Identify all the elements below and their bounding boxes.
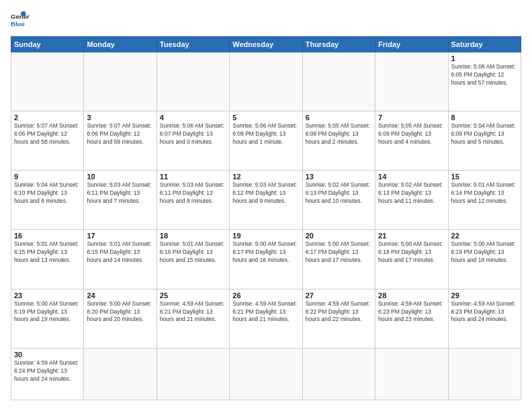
day-number: 12 xyxy=(232,173,299,181)
calendar-cell: 14Sunrise: 5:02 AM Sunset: 6:13 PM Dayli… xyxy=(375,171,448,230)
calendar-cell xyxy=(84,348,157,400)
day-info: Sunrise: 5:07 AM Sunset: 6:06 PM Dayligh… xyxy=(87,122,153,146)
calendar-cell xyxy=(375,52,448,111)
day-info: Sunrise: 5:03 AM Sunset: 6:12 PM Dayligh… xyxy=(232,181,299,205)
day-info: Sunrise: 5:07 AM Sunset: 6:06 PM Dayligh… xyxy=(14,122,81,146)
day-number: 24 xyxy=(87,291,153,300)
calendar-cell xyxy=(448,348,521,400)
calendar-cell xyxy=(157,348,229,400)
day-info: Sunrise: 5:06 AM Sunset: 6:08 PM Dayligh… xyxy=(232,122,299,146)
day-number: 3 xyxy=(87,113,153,122)
day-info: Sunrise: 5:02 AM Sunset: 6:13 PM Dayligh… xyxy=(378,181,445,205)
day-info: Sunrise: 5:04 AM Sunset: 6:10 PM Dayligh… xyxy=(14,181,81,205)
day-info: Sunrise: 4:59 AM Sunset: 6:24 PM Dayligh… xyxy=(14,359,81,383)
svg-text:Blue: Blue xyxy=(11,20,25,28)
calendar-cell: 9Sunrise: 5:04 AM Sunset: 6:10 PM Daylig… xyxy=(11,171,84,230)
calendar-cell: 12Sunrise: 5:03 AM Sunset: 6:12 PM Dayli… xyxy=(230,171,302,230)
calendar-cell: 19Sunrise: 5:00 AM Sunset: 6:17 PM Dayli… xyxy=(230,230,302,289)
calendar-cell: 29Sunrise: 4:59 AM Sunset: 6:23 PM Dayli… xyxy=(448,289,521,348)
calendar-cell: 25Sunrise: 4:59 AM Sunset: 6:21 PM Dayli… xyxy=(157,289,229,348)
day-info: Sunrise: 4:59 AM Sunset: 6:21 PM Dayligh… xyxy=(160,300,226,324)
calendar-table: SundayMondayTuesdayWednesdayThursdayFrid… xyxy=(11,36,521,400)
day-number: 21 xyxy=(378,232,445,240)
calendar-cell: 10Sunrise: 5:03 AM Sunset: 6:11 PM Dayli… xyxy=(84,171,157,230)
day-number: 10 xyxy=(87,173,153,181)
calendar-cell: 1Sunrise: 5:08 AM Sunset: 6:05 PM Daylig… xyxy=(448,52,521,111)
week-row-5: 23Sunrise: 5:00 AM Sunset: 6:19 PM Dayli… xyxy=(11,289,521,348)
day-info: Sunrise: 5:01 AM Sunset: 6:15 PM Dayligh… xyxy=(87,240,153,265)
calendar-cell: 28Sunrise: 4:59 AM Sunset: 6:23 PM Dayli… xyxy=(375,289,448,348)
calendar-cell: 8Sunrise: 5:04 AM Sunset: 6:09 PM Daylig… xyxy=(448,111,521,171)
weekday-sunday: Sunday xyxy=(11,37,84,52)
calendar-cell: 5Sunrise: 5:06 AM Sunset: 6:08 PM Daylig… xyxy=(230,111,302,171)
week-row-3: 9Sunrise: 5:04 AM Sunset: 6:10 PM Daylig… xyxy=(11,171,521,230)
day-number: 22 xyxy=(451,232,518,240)
calendar-cell: 21Sunrise: 5:00 AM Sunset: 6:18 PM Dayli… xyxy=(375,230,448,289)
day-number: 17 xyxy=(87,232,153,240)
calendar-cell: 23Sunrise: 5:00 AM Sunset: 6:19 PM Dayli… xyxy=(11,289,84,348)
day-number: 26 xyxy=(232,291,299,300)
day-info: Sunrise: 5:00 AM Sunset: 6:19 PM Dayligh… xyxy=(14,300,81,324)
day-info: Sunrise: 5:00 AM Sunset: 6:18 PM Dayligh… xyxy=(378,240,445,265)
day-info: Sunrise: 5:00 AM Sunset: 6:19 PM Dayligh… xyxy=(451,240,518,265)
weekday-thursday: Thursday xyxy=(302,37,375,52)
day-info: Sunrise: 5:03 AM Sunset: 6:11 PM Dayligh… xyxy=(160,181,226,205)
day-info: Sunrise: 5:08 AM Sunset: 6:05 PM Dayligh… xyxy=(451,63,518,87)
day-number: 27 xyxy=(306,291,372,300)
logo: General Blue xyxy=(11,11,30,30)
weekday-friday: Friday xyxy=(375,37,448,52)
day-number: 16 xyxy=(14,232,81,240)
calendar-cell: 3Sunrise: 5:07 AM Sunset: 6:06 PM Daylig… xyxy=(84,111,157,171)
day-info: Sunrise: 5:02 AM Sunset: 6:13 PM Dayligh… xyxy=(306,181,372,205)
day-number: 2 xyxy=(14,113,81,122)
day-info: Sunrise: 4:59 AM Sunset: 6:21 PM Dayligh… xyxy=(232,300,299,324)
weekday-header-row: SundayMondayTuesdayWednesdayThursdayFrid… xyxy=(11,37,521,52)
day-number: 23 xyxy=(14,291,81,300)
day-info: Sunrise: 5:00 AM Sunset: 6:17 PM Dayligh… xyxy=(232,240,299,265)
day-number: 13 xyxy=(306,173,372,181)
calendar-cell: 11Sunrise: 5:03 AM Sunset: 6:11 PM Dayli… xyxy=(157,171,229,230)
calendar-cell: 24Sunrise: 5:00 AM Sunset: 6:20 PM Dayli… xyxy=(84,289,157,348)
day-number: 30 xyxy=(14,351,81,359)
day-number: 5 xyxy=(232,113,299,122)
day-number: 9 xyxy=(14,173,81,181)
day-number: 20 xyxy=(306,232,372,240)
calendar-cell: 26Sunrise: 4:59 AM Sunset: 6:21 PM Dayli… xyxy=(230,289,302,348)
week-row-6: 30Sunrise: 4:59 AM Sunset: 6:24 PM Dayli… xyxy=(11,348,521,400)
calendar-cell: 7Sunrise: 5:05 AM Sunset: 6:09 PM Daylig… xyxy=(375,111,448,171)
header: General Blue xyxy=(11,11,521,30)
day-info: Sunrise: 5:01 AM Sunset: 6:15 PM Dayligh… xyxy=(14,240,81,265)
calendar-cell: 30Sunrise: 4:59 AM Sunset: 6:24 PM Dayli… xyxy=(11,348,84,400)
calendar-cell: 18Sunrise: 5:01 AM Sunset: 6:16 PM Dayli… xyxy=(157,230,229,289)
day-info: Sunrise: 4:59 AM Sunset: 6:23 PM Dayligh… xyxy=(451,300,518,324)
calendar-cell: 17Sunrise: 5:01 AM Sunset: 6:15 PM Dayli… xyxy=(84,230,157,289)
day-info: Sunrise: 5:06 AM Sunset: 6:07 PM Dayligh… xyxy=(160,122,226,146)
calendar-cell xyxy=(230,348,302,400)
day-number: 14 xyxy=(378,173,445,181)
day-info: Sunrise: 5:05 AM Sunset: 6:09 PM Dayligh… xyxy=(378,122,445,146)
calendar-cell: 6Sunrise: 5:05 AM Sunset: 6:08 PM Daylig… xyxy=(302,111,375,171)
calendar-cell: 15Sunrise: 5:01 AM Sunset: 6:14 PM Dayli… xyxy=(448,171,521,230)
day-info: Sunrise: 5:01 AM Sunset: 6:14 PM Dayligh… xyxy=(451,181,518,205)
day-info: Sunrise: 5:03 AM Sunset: 6:11 PM Dayligh… xyxy=(87,181,153,205)
day-number: 1 xyxy=(451,54,518,62)
weekday-saturday: Saturday xyxy=(448,37,521,52)
calendar-cell: 13Sunrise: 5:02 AM Sunset: 6:13 PM Dayli… xyxy=(302,171,375,230)
week-row-1: 1Sunrise: 5:08 AM Sunset: 6:05 PM Daylig… xyxy=(11,52,521,111)
calendar-cell: 20Sunrise: 5:00 AM Sunset: 6:17 PM Dayli… xyxy=(302,230,375,289)
day-number: 28 xyxy=(378,291,445,300)
day-info: Sunrise: 5:04 AM Sunset: 6:09 PM Dayligh… xyxy=(451,122,518,146)
calendar-cell: 22Sunrise: 5:00 AM Sunset: 6:19 PM Dayli… xyxy=(448,230,521,289)
calendar-cell: 27Sunrise: 4:59 AM Sunset: 6:22 PM Dayli… xyxy=(302,289,375,348)
generalblue-logo-icon: General Blue xyxy=(11,11,30,30)
calendar-cell: 4Sunrise: 5:06 AM Sunset: 6:07 PM Daylig… xyxy=(157,111,229,171)
calendar-cell xyxy=(302,348,375,400)
day-number: 19 xyxy=(232,232,299,240)
day-number: 15 xyxy=(451,173,518,181)
calendar-cell xyxy=(84,52,157,111)
day-number: 25 xyxy=(160,291,226,300)
page: General Blue SundayMondayTuesdayWednesda… xyxy=(0,0,532,411)
week-row-4: 16Sunrise: 5:01 AM Sunset: 6:15 PM Dayli… xyxy=(11,230,521,289)
day-number: 11 xyxy=(160,173,226,181)
day-info: Sunrise: 5:00 AM Sunset: 6:20 PM Dayligh… xyxy=(87,300,153,324)
